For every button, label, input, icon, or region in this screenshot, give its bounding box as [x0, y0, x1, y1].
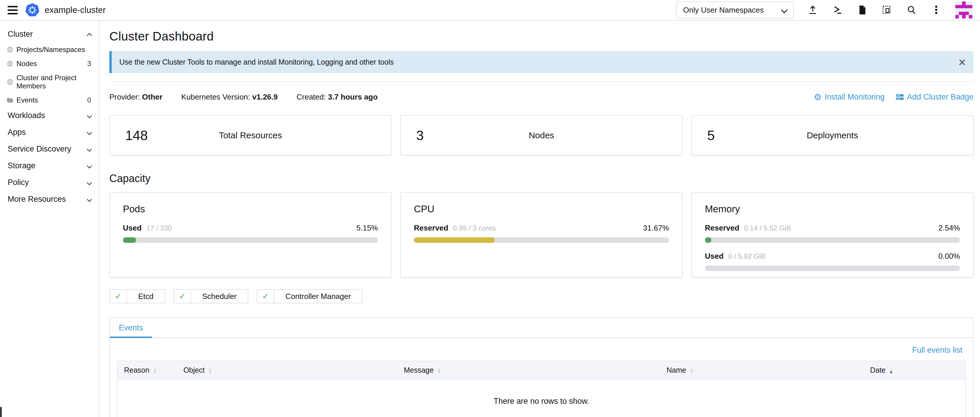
- sidebar-group-apps[interactable]: Apps: [0, 124, 99, 141]
- sidebar-group-workloads[interactable]: Workloads: [0, 107, 99, 124]
- sort-icon: ▴▾: [209, 368, 212, 374]
- import-yaml-button[interactable]: [807, 5, 818, 16]
- scrollbar-thumb[interactable]: [0, 407, 2, 417]
- progress-fill: [123, 237, 136, 243]
- check-icon: ✓: [174, 290, 191, 303]
- user-avatar[interactable]: [955, 2, 972, 19]
- empty-table-row: There are no rows to show.: [118, 379, 965, 417]
- search-button[interactable]: [906, 5, 917, 16]
- total-resources-label: Total Resources: [219, 130, 282, 140]
- sidebar-item-label: Projects/Namespaces: [16, 46, 85, 54]
- page-title: Cluster Dashboard: [109, 29, 974, 43]
- sidebar-group-label: Policy: [8, 178, 29, 187]
- sort-icon: ▴▾: [690, 368, 693, 374]
- item-count-badge: 3: [87, 60, 91, 68]
- chevron-down-icon: [781, 7, 788, 14]
- namespace-filter-value: Only User Namespaces: [683, 6, 764, 15]
- created-value: 3.7 hours ago: [328, 92, 378, 101]
- add-cluster-badge-link[interactable]: Add Cluster Badge: [896, 92, 974, 101]
- progress-track: [705, 265, 960, 271]
- kubernetes-version-field: Kubernetes Version: v1.26.9: [181, 92, 278, 101]
- copy-kubeconfig-button[interactable]: [881, 5, 892, 16]
- cluster-overview-row: Provider: Other Kubernetes Version: v1.2…: [109, 92, 974, 102]
- progress-track: [123, 237, 378, 243]
- memory-reserved-meter: Reserved 0.14 / 5.52 GiB 2.54%: [705, 224, 960, 243]
- nodes-count: 3: [416, 127, 424, 143]
- namespace-filter-select[interactable]: Only User Namespaces: [676, 2, 794, 19]
- sidebar-group-label: More Resources: [8, 195, 66, 204]
- deployments-label: Deployments: [807, 130, 858, 140]
- memory-used-meter: Used 0 / 5.82 GiB 0.00%: [705, 252, 960, 271]
- tab-events[interactable]: Events: [110, 318, 152, 338]
- sort-icon: ▴▾: [154, 368, 156, 374]
- sidebar-group-cluster[interactable]: Cluster: [0, 26, 99, 43]
- top-nav: example-cluster Only User Namespaces: [0, 0, 980, 21]
- meter-detail: 0 / 5.82 GiB: [729, 252, 766, 260]
- close-icon[interactable]: ×: [958, 57, 966, 67]
- sidebar-group-policy[interactable]: Policy: [0, 174, 99, 191]
- meter-label: Reserved: [414, 224, 448, 233]
- sidebar-group-label: Cluster: [8, 30, 33, 39]
- globe-icon: [6, 46, 14, 53]
- nodes-card[interactable]: 3 Nodes: [400, 115, 682, 155]
- badge-icon: [896, 94, 904, 101]
- column-header-reason[interactable]: Reason ▴▾: [118, 361, 177, 379]
- sidebar-group-more-resources[interactable]: More Resources: [0, 191, 99, 208]
- provider-field: Provider: Other: [109, 92, 162, 101]
- sidebar-group-storage[interactable]: Storage: [0, 157, 99, 174]
- column-header-message[interactable]: Message ▴▾: [398, 361, 660, 379]
- column-header-object[interactable]: Object ▴▾: [177, 361, 398, 379]
- sidebar-item-label: Events: [16, 96, 38, 104]
- sort-icon: ▴▾: [438, 368, 440, 374]
- globe-icon: [6, 60, 14, 67]
- controller-manager-label: Controller Manager: [274, 290, 362, 303]
- add-cluster-badge-label: Add Cluster Badge: [907, 92, 974, 101]
- banner-text: Use the new Cluster Tools to manage and …: [119, 58, 394, 67]
- progress-fill: [705, 237, 711, 243]
- chevron-down-icon: [87, 180, 92, 185]
- gear-icon: ⚙: [814, 92, 822, 102]
- memory-title: Memory: [705, 203, 960, 215]
- meter-detail: 17 / 330: [146, 224, 172, 232]
- meter-percent: 5.15%: [356, 224, 378, 233]
- hamburger-menu-icon[interactable]: [8, 6, 18, 14]
- meter-detail: 0.95 / 3 cores: [453, 224, 496, 232]
- cpu-title: CPU: [414, 203, 669, 215]
- glance-cards: 148 Total Resources 3 Nodes 5 Deployment…: [109, 115, 974, 155]
- total-resources-card[interactable]: 148 Total Resources: [109, 115, 391, 155]
- meter-detail: 0.14 / 5.52 GiB: [744, 224, 791, 232]
- sidebar-group-label: Apps: [8, 128, 26, 137]
- check-icon: ✓: [110, 290, 127, 303]
- sidebar-item-projects-namespaces[interactable]: Projects/Namespaces: [0, 43, 99, 57]
- sidebar: Cluster Projects/Namespaces Nodes 3 Clus…: [0, 21, 99, 417]
- kubectl-shell-button[interactable]: [832, 5, 843, 16]
- sidebar-item-label: Nodes: [16, 60, 37, 68]
- more-options-button[interactable]: ⋮: [931, 5, 942, 16]
- sidebar-item-events[interactable]: Events 0: [0, 93, 99, 107]
- column-header-name[interactable]: Name ▴▾: [660, 361, 864, 379]
- kubernetes-version-label: Kubernetes Version:: [181, 92, 250, 101]
- chevron-down-icon: [87, 146, 92, 152]
- capacity-heading: Capacity: [109, 172, 974, 185]
- provider-label: Provider:: [109, 92, 140, 101]
- search-icon: [907, 5, 916, 15]
- cpu-reserved-meter: Reserved 0.95 / 3 cores 31.67%: [414, 224, 669, 243]
- deployments-card[interactable]: 5 Deployments: [691, 115, 974, 155]
- column-header-date[interactable]: Date ▴▾: [864, 361, 965, 379]
- sidebar-group-service-discovery[interactable]: Service Discovery: [0, 141, 99, 157]
- install-monitoring-link[interactable]: ⚙ Install Monitoring: [814, 92, 885, 102]
- nodes-label: Nodes: [529, 130, 554, 140]
- kebab-icon: ⋮: [931, 5, 942, 15]
- sidebar-group-label: Service Discovery: [8, 144, 71, 154]
- cluster-tools-banner: Use the new Cluster Tools to manage and …: [109, 51, 974, 73]
- sidebar-item-cluster-members[interactable]: Cluster and Project Members: [0, 71, 99, 93]
- sidebar-group-label: Storage: [8, 161, 35, 170]
- provider-value: Other: [142, 92, 162, 101]
- sidebar-item-label: Cluster and Project Members: [16, 74, 91, 90]
- item-count-badge: 0: [87, 96, 91, 104]
- download-kubeconfig-button[interactable]: [856, 5, 868, 16]
- meter-label: Used: [123, 224, 142, 233]
- sidebar-item-nodes[interactable]: Nodes 3: [0, 57, 99, 71]
- full-events-list-link[interactable]: Full events list: [912, 346, 963, 355]
- meter-label: Used: [705, 252, 724, 261]
